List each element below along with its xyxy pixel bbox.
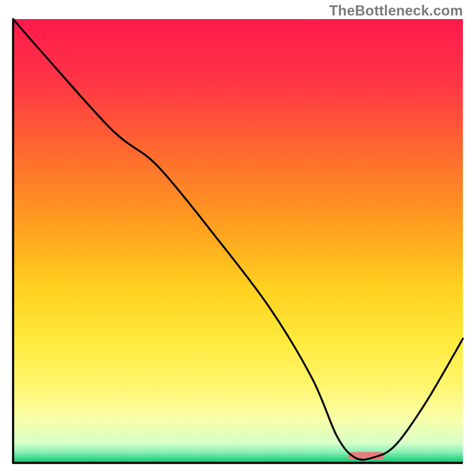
bottleneck-chart (0, 0, 476, 476)
chart-container: TheBottleneck.com (0, 0, 476, 476)
plot-background (13, 19, 463, 463)
